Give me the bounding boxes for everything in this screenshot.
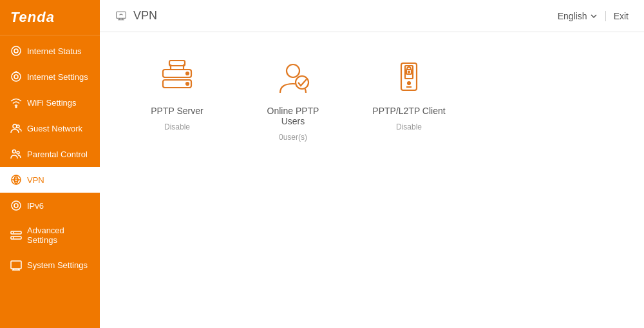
svg-point-0 [12, 46, 21, 55]
svg-point-2 [12, 72, 21, 81]
advanced-icon [10, 229, 22, 241]
svg-rect-23 [117, 12, 126, 18]
exit-button[interactable]: Exit [614, 11, 629, 21]
page-title: VPN [133, 9, 157, 23]
parental-icon [10, 148, 22, 160]
online-pptp-users-icon [272, 58, 314, 99]
guest-icon [10, 122, 22, 134]
main-content: VPN English Exit [100, 0, 644, 328]
pptp-l2tp-client-title: PPTP/L2TP Client [372, 106, 445, 116]
brand-name: Tenda [10, 9, 55, 25]
sidebar-item-parental-control[interactable]: Parental Control [0, 141, 100, 167]
svg-rect-15 [11, 231, 21, 234]
vpn-content: PPTP Server Disable Online PPTP Users 0u… [100, 32, 644, 328]
online-pptp-users-card[interactable]: Online PPTP Users 0user(s) [254, 58, 332, 142]
online-pptp-users-status: 0user(s) [279, 133, 307, 142]
svg-point-39 [408, 82, 410, 84]
wifi-icon [10, 97, 22, 108]
header-divider [605, 11, 606, 21]
svg-point-8 [13, 150, 16, 153]
header-left: VPN [115, 9, 157, 23]
sidebar-item-advanced-settings[interactable]: Advanced Settings [0, 218, 100, 252]
svg-point-7 [17, 125, 19, 128]
svg-point-6 [13, 124, 17, 128]
sidebar-item-label: IPv6 [27, 201, 44, 211]
svg-point-42 [408, 72, 410, 73]
svg-point-29 [186, 72, 189, 75]
status-icon [10, 45, 22, 57]
sidebar-item-guest-network[interactable]: Guest Network [0, 115, 100, 141]
pptp-server-status: Disable [164, 122, 190, 131]
svg-point-1 [14, 49, 18, 53]
sidebar-logo: Tenda [0, 0, 100, 35]
sidebar-item-ipv6[interactable]: IPv6 [0, 193, 100, 218]
svg-point-9 [17, 151, 19, 154]
sidebar-item-vpn[interactable]: VPN [0, 167, 100, 193]
svg-point-30 [186, 82, 189, 85]
svg-point-34 [287, 64, 299, 77]
sidebar-item-label: VPN [27, 175, 44, 185]
language-label: English [558, 11, 587, 21]
vpn-icon [10, 174, 22, 186]
settings-icon [10, 71, 22, 82]
chevron-down-icon [590, 12, 598, 20]
pptp-server-icon [156, 58, 198, 99]
pptp-l2tp-client-card[interactable]: PPTP/L2TP Client Disable [370, 58, 448, 131]
pptp-server-card[interactable]: PPTP Server Disable [138, 58, 216, 131]
system-icon [10, 259, 22, 271]
svg-rect-33 [169, 61, 185, 66]
sidebar-nav: Internet Status Internet Settings [0, 35, 100, 328]
sidebar-item-label: WiFi Settings [27, 98, 77, 108]
svg-point-13 [12, 201, 21, 210]
svg-rect-19 [11, 261, 21, 269]
ipv6-icon [10, 200, 22, 211]
svg-point-3 [14, 75, 18, 79]
sidebar-item-label: Internet Status [27, 46, 82, 56]
header: VPN English Exit [100, 0, 644, 32]
svg-rect-16 [11, 236, 21, 239]
sidebar-item-wifi-settings[interactable]: WiFi Settings [0, 90, 100, 115]
sidebar-item-label: System Settings [27, 260, 88, 270]
sidebar-item-label: Internet Settings [27, 72, 88, 82]
pptp-l2tp-client-icon [388, 58, 430, 99]
sidebar-item-internet-status[interactable]: Internet Status [0, 38, 100, 64]
sidebar-item-label: Advanced Settings [27, 226, 90, 245]
sidebar-item-internet-settings[interactable]: Internet Settings [0, 64, 100, 90]
pptp-l2tp-client-status: Disable [396, 122, 422, 131]
svg-point-14 [14, 204, 18, 207]
vpn-monitor-icon [115, 10, 127, 22]
sidebar-item-system-settings[interactable]: System Settings [0, 252, 100, 278]
sidebar-item-label: Parental Control [27, 150, 88, 159]
sidebar: Tenda Internet Status Internet Setting [0, 0, 100, 328]
pptp-server-title: PPTP Server [151, 106, 203, 116]
svg-point-5 [15, 106, 17, 108]
online-pptp-users-title: Online PPTP Users [254, 106, 332, 126]
language-selector[interactable]: English [558, 11, 598, 21]
sidebar-item-label: Guest Network [27, 124, 82, 133]
header-right: English Exit [558, 11, 629, 21]
